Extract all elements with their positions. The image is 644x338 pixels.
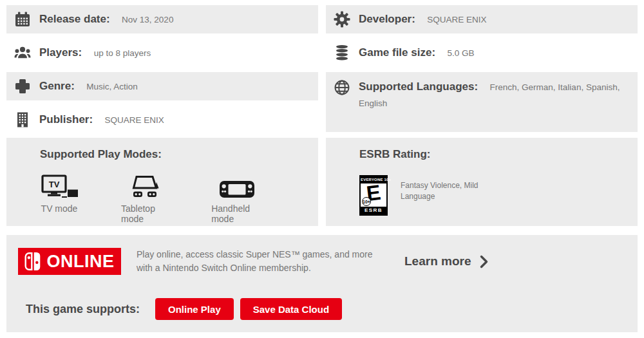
building-icon [14,111,31,128]
nso-logo-text: ONLINE [46,252,114,272]
info-column-left: Release date: Nov 13, 2020 Pl [6,5,318,134]
info-row-players: Players: up to 8 players [6,39,318,67]
info-row-release-date: Release date: Nov 13, 2020 [6,5,318,33]
info-column-right: Developer: SQUARE ENIX Game file size: 5… [326,5,638,132]
languages-label: Supported Languages: [359,80,478,93]
tabletop-mode-icon [126,174,164,198]
esrb-org-label: ESRB [361,207,386,214]
database-icon [334,44,350,61]
joycon-icon [24,252,41,271]
learn-more-label: Learn more [404,254,471,268]
globe-icon [334,79,350,96]
players-icon [14,44,31,61]
info-row-genre: Genre: Music, Action [6,72,318,100]
publisher-value: SQUARE ENIX [105,115,164,125]
play-mode-tabletop: Tabletop mode [121,174,169,224]
tv-mode-icon: TV [40,174,79,198]
play-modes-heading: Supported Play Modes: [40,148,305,161]
chevron-right-icon [480,255,488,268]
info-row-file-size: Game file size: 5.0 GB [326,39,638,67]
gear-icon [334,11,350,28]
save-data-cloud-button[interactable]: Save Data Cloud [240,298,342,320]
game-details-section: Release date: Nov 13, 2020 Pl [0,0,644,332]
esrb-rating-category: EVERYONE 10+ [361,176,386,183]
tabletop-mode-label: Tabletop mode [121,203,169,224]
release-date-label: Release date: [39,13,110,25]
esrb-descriptors: Fantasy Violence, Mild Language [401,180,510,216]
file-size-value: 5.0 GB [448,48,475,58]
supported-play-modes-panel: Supported Play Modes: TV TV mode [6,138,318,226]
esrb-rating-panel: ESRB Rating: EVERYONE 10+ E 10+ ESRB Fan… [326,138,638,226]
calendar-icon [14,11,31,28]
svg-text:TV: TV [49,180,60,189]
file-size-label: Game file size: [359,46,435,59]
publisher-label: Publisher: [39,113,93,126]
play-mode-handheld: Handheld mode [211,174,263,224]
developer-value: SQUARE ENIX [427,15,486,24]
info-row-publisher: Publisher: SQUARE ENIX [6,106,318,134]
nintendo-switch-online-logo: ONLINE [18,248,121,275]
esrb-rating-logo[interactable]: EVERYONE 10+ E 10+ ESRB [359,175,388,216]
genre-label: Genre: [39,80,75,92]
developer-label: Developer: [359,13,415,25]
tv-mode-label: TV mode [41,203,78,214]
nso-description: Play online, access classic Super NES™ g… [137,248,383,275]
players-label: Players: [39,46,82,59]
online-play-button[interactable]: Online Play [155,298,234,320]
esrb-rating-letter-block: E 10+ [361,183,386,207]
handheld-mode-icon [219,174,255,198]
play-mode-tv: TV TV mode [40,174,79,224]
esrb-heading: ESRB Rating: [359,148,625,161]
handheld-mode-label: Handheld mode [211,203,263,224]
release-date-value: Nov 13, 2020 [122,15,173,24]
game-supports-label: This game supports: [26,303,140,316]
players-value: up to 8 players [94,48,151,58]
info-row-developer: Developer: SQUARE ENIX [326,5,638,33]
learn-more-link[interactable]: Learn more [404,254,488,268]
esrb-age-badge: 10+ [362,197,371,206]
dpad-icon [14,78,31,95]
genre-value: Music, Action [86,82,138,91]
info-row-languages: Supported Languages: French, German, Ita… [326,72,638,132]
nintendo-switch-online-section: ONLINE Play online, access classic Super… [6,235,638,332]
